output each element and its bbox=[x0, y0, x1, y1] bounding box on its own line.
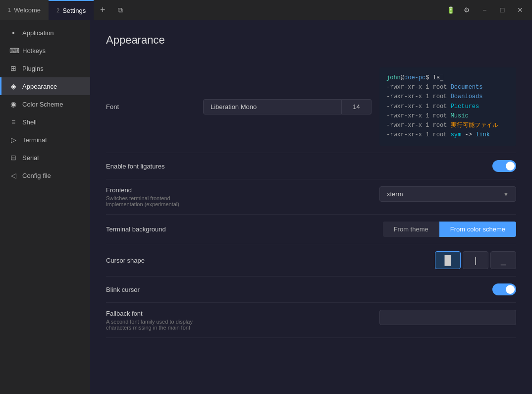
tab-settings-label: Settings bbox=[62, 7, 86, 14]
plugins-icon: ⊞ bbox=[9, 64, 17, 72]
font-control: Liberation Mono 14 john@doe-pc$ ls█ -rwx… bbox=[203, 67, 516, 146]
sidebar: ▪ Application ⌨ Hotkeys ⊞ Plugins ◈ Appe… bbox=[0, 20, 90, 394]
frontend-row: Frontend Switches terminal frontend impl… bbox=[106, 179, 516, 215]
preview-perm-2: -rwxr-xr-x 1 root bbox=[386, 93, 451, 100]
sidebar-item-serial[interactable]: ⊟ Serial bbox=[0, 149, 90, 167]
preview-sym: sym bbox=[451, 131, 462, 138]
settings-button[interactable]: ⚙ bbox=[459, 2, 475, 18]
sidebar-item-application[interactable]: ▪ Application bbox=[0, 24, 90, 42]
hotkeys-icon: ⌨ bbox=[9, 47, 17, 55]
cursor-beam-button[interactable]: | bbox=[463, 251, 488, 269]
sidebar-item-appearance[interactable]: ◈ Appearance bbox=[0, 77, 90, 95]
fallback-font-row: Fallback font A second font family used … bbox=[106, 303, 516, 338]
sidebar-item-shell[interactable]: ≡ Shell bbox=[0, 113, 90, 131]
serial-icon: ⊟ bbox=[9, 154, 17, 162]
minimize-button[interactable]: − bbox=[477, 2, 492, 18]
cursor-block-button[interactable]: █ bbox=[435, 251, 461, 269]
terminal-background-control: From theme From color scheme bbox=[203, 222, 516, 237]
from-theme-button[interactable]: From theme bbox=[383, 222, 439, 237]
split-tab-button[interactable]: ⧉ bbox=[111, 0, 129, 20]
preview-line-5: -rwxr-xr-x 1 root 実行可能ファイル bbox=[386, 121, 509, 130]
preview-cmd: ls bbox=[429, 74, 440, 81]
application-icon: ▪ bbox=[9, 29, 17, 37]
maximize-button[interactable]: □ bbox=[494, 2, 510, 18]
cursor-shape-label: Cursor shape bbox=[106, 257, 195, 264]
sidebar-item-plugins[interactable]: ⊞ Plugins bbox=[0, 59, 90, 77]
appearance-icon: ◈ bbox=[9, 82, 17, 90]
from-color-scheme-button[interactable]: From color scheme bbox=[439, 222, 516, 237]
preview-arrow: -> bbox=[461, 131, 476, 138]
preview-perm-4: -rwxr-xr-x 1 root bbox=[386, 113, 451, 119]
font-ligatures-control bbox=[203, 160, 516, 172]
terminal-icon: ▷ bbox=[9, 136, 17, 144]
font-ligatures-toggle[interactable] bbox=[492, 160, 516, 172]
fallback-font-input[interactable] bbox=[379, 310, 516, 325]
font-ligatures-label: Enable font ligatures bbox=[106, 163, 195, 170]
content-area: Appearance Font Liberation Mono 14 john@… bbox=[90, 20, 532, 394]
preview-at: @ bbox=[401, 74, 404, 81]
sidebar-item-hotkeys[interactable]: ⌨ Hotkeys bbox=[0, 42, 90, 59]
terminal-background-row: Terminal background From theme From colo… bbox=[106, 215, 516, 244]
sidebar-label-serial: Serial bbox=[22, 154, 39, 162]
preview-perm-3: -rwxr-xr-x 1 root bbox=[386, 103, 451, 110]
preview-name-2: Downloads bbox=[451, 93, 483, 100]
tab-welcome-label: Welcome bbox=[14, 6, 41, 14]
font-selector: Liberation Mono 14 bbox=[203, 99, 372, 114]
preview-link: link bbox=[476, 131, 490, 138]
main-layout: ▪ Application ⌨ Hotkeys ⊞ Plugins ◈ Appe… bbox=[0, 20, 532, 394]
tab-welcome[interactable]: 1 Welcome bbox=[0, 0, 49, 20]
tab-welcome-number: 1 bbox=[8, 7, 11, 13]
tab-settings[interactable]: 2 Settings bbox=[49, 0, 94, 20]
window-controls: 🔋 ⚙ − □ ✕ bbox=[445, 2, 532, 18]
sidebar-label-appearance: Appearance bbox=[22, 83, 57, 90]
preview-name-5: 実行可能ファイル bbox=[451, 122, 498, 129]
add-tab-button[interactable]: + bbox=[94, 0, 111, 20]
blink-cursor-row: Blink cursor bbox=[106, 277, 516, 303]
fallback-font-label: Fallback font bbox=[106, 310, 205, 317]
sidebar-label-color-scheme: Color Scheme bbox=[22, 101, 63, 108]
preview-perm-5: -rwxr-xr-x 1 root bbox=[386, 122, 451, 129]
frontend-label: Frontend bbox=[106, 186, 205, 194]
sidebar-label-application: Application bbox=[22, 29, 54, 37]
preview-host: doe-pc bbox=[404, 74, 426, 81]
frontend-value: xterm bbox=[387, 190, 403, 198]
preview-perm-6: -rwxr-xr-x 1 root bbox=[386, 131, 451, 138]
font-label: Font bbox=[106, 103, 195, 111]
preview-cursor: █ bbox=[440, 74, 443, 81]
cursor-underline-button[interactable]: _ bbox=[490, 251, 516, 269]
close-button[interactable]: ✕ bbox=[512, 2, 528, 18]
frontend-dropdown[interactable]: xterm ▼ bbox=[379, 186, 516, 202]
sidebar-item-color-scheme[interactable]: ◉ Color Scheme bbox=[0, 95, 90, 113]
tab-settings-number: 2 bbox=[56, 7, 59, 13]
blink-cursor-control bbox=[203, 283, 516, 295]
sidebar-item-terminal[interactable]: ▷ Terminal bbox=[0, 131, 90, 149]
sidebar-label-config-file: Config file bbox=[22, 172, 51, 179]
preview-name-4: Music bbox=[451, 113, 469, 119]
preview-line-2: -rwxr-xr-x 1 root Downloads bbox=[386, 92, 509, 102]
sidebar-label-shell: Shell bbox=[22, 118, 37, 126]
blink-cursor-label: Blink cursor bbox=[106, 286, 195, 293]
fallback-font-sublabel: A second font family used to display cha… bbox=[106, 319, 205, 331]
preview-perm-1: -rwxr-xr-x 1 root bbox=[386, 84, 451, 91]
page-title: Appearance bbox=[106, 34, 516, 47]
shell-icon: ≡ bbox=[9, 118, 17, 126]
font-name-display[interactable]: Liberation Mono bbox=[203, 99, 342, 114]
config-file-icon: ◁ bbox=[9, 171, 17, 179]
preview-line-3: -rwxr-xr-x 1 root Pictures bbox=[386, 102, 509, 112]
frontend-control: xterm ▼ bbox=[213, 186, 516, 202]
fallback-font-control bbox=[213, 310, 516, 325]
sidebar-label-plugins: Plugins bbox=[22, 65, 44, 72]
cursor-shape-options: █ | _ bbox=[435, 251, 516, 269]
terminal-background-options: From theme From color scheme bbox=[383, 222, 516, 237]
blink-cursor-toggle[interactable] bbox=[492, 283, 516, 295]
font-setting-row: Font Liberation Mono 14 john@doe-pc$ ls█… bbox=[106, 60, 516, 153]
preview-user: john bbox=[386, 74, 401, 81]
battery-icon: 🔋 bbox=[445, 6, 457, 14]
font-size-display[interactable]: 14 bbox=[342, 99, 372, 114]
preview-line-prompt: john@doe-pc$ ls█ bbox=[386, 73, 509, 83]
cursor-shape-row: Cursor shape █ | _ bbox=[106, 244, 516, 277]
sidebar-label-hotkeys: Hotkeys bbox=[22, 47, 46, 55]
sidebar-item-config-file[interactable]: ◁ Config file bbox=[0, 167, 90, 184]
frontend-sublabel: Switches terminal frontend implementatio… bbox=[106, 195, 205, 207]
preview-name-1: Documents bbox=[451, 84, 483, 91]
